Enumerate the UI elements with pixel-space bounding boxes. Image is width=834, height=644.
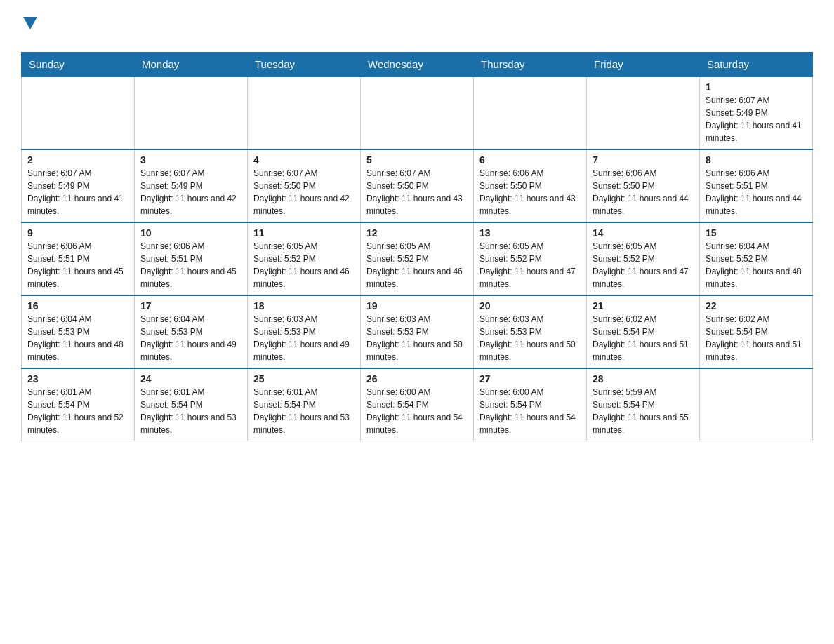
- table-row: 9Sunrise: 6:06 AMSunset: 5:51 PMDaylight…: [22, 222, 135, 295]
- header-sunday: Sunday: [22, 53, 135, 77]
- table-row: 18Sunrise: 6:03 AMSunset: 5:53 PMDayligh…: [248, 295, 361, 368]
- day-number: 2: [27, 154, 128, 166]
- table-row: [248, 76, 361, 149]
- table-row: 24Sunrise: 6:01 AMSunset: 5:54 PMDayligh…: [135, 368, 248, 441]
- day-number: 19: [366, 300, 468, 311]
- day-number: 6: [479, 154, 581, 166]
- day-number: 24: [140, 373, 241, 384]
- table-row: 4Sunrise: 6:07 AMSunset: 5:50 PMDaylight…: [248, 149, 361, 222]
- table-row: 25Sunrise: 6:01 AMSunset: 5:54 PMDayligh…: [248, 368, 361, 441]
- day-info: Sunrise: 6:00 AMSunset: 5:54 PMDaylight:…: [479, 386, 581, 436]
- calendar-week-row: 1Sunrise: 6:07 AMSunset: 5:49 PMDaylight…: [22, 76, 813, 149]
- table-row: 19Sunrise: 6:03 AMSunset: 5:53 PMDayligh…: [361, 295, 474, 368]
- table-row: 16Sunrise: 6:04 AMSunset: 5:53 PMDayligh…: [22, 295, 135, 368]
- day-number: 10: [140, 227, 241, 239]
- day-info: Sunrise: 6:03 AMSunset: 5:53 PMDaylight:…: [479, 313, 581, 363]
- day-number: 25: [253, 373, 355, 384]
- header-friday: Friday: [587, 53, 700, 77]
- table-row: 2Sunrise: 6:07 AMSunset: 5:49 PMDaylight…: [22, 149, 135, 222]
- day-number: 21: [593, 300, 694, 311]
- day-info: Sunrise: 6:05 AMSunset: 5:52 PMDaylight:…: [479, 240, 581, 290]
- day-number: 27: [479, 373, 581, 384]
- header-thursday: Thursday: [474, 53, 587, 77]
- day-number: 4: [253, 154, 355, 166]
- day-info: Sunrise: 6:03 AMSunset: 5:53 PMDaylight:…: [366, 313, 468, 363]
- table-row: 23Sunrise: 6:01 AMSunset: 5:54 PMDayligh…: [22, 368, 135, 441]
- day-number: 9: [27, 227, 128, 239]
- day-number: 16: [27, 300, 128, 311]
- table-row: 13Sunrise: 6:05 AMSunset: 5:52 PMDayligh…: [474, 222, 587, 295]
- table-row: 14Sunrise: 6:05 AMSunset: 5:52 PMDayligh…: [587, 222, 700, 295]
- page-header: [21, 14, 813, 45]
- day-number: 22: [706, 300, 807, 311]
- day-number: 18: [253, 300, 355, 311]
- day-number: 14: [593, 227, 694, 239]
- day-number: 23: [27, 373, 128, 384]
- day-number: 12: [366, 227, 468, 239]
- table-row: 10Sunrise: 6:06 AMSunset: 5:51 PMDayligh…: [135, 222, 248, 295]
- table-row: 20Sunrise: 6:03 AMSunset: 5:53 PMDayligh…: [474, 295, 587, 368]
- day-info: Sunrise: 6:04 AMSunset: 5:53 PMDaylight:…: [27, 313, 128, 363]
- header-monday: Monday: [135, 53, 248, 77]
- day-number: 17: [140, 300, 241, 311]
- day-info: Sunrise: 6:01 AMSunset: 5:54 PMDaylight:…: [253, 386, 355, 436]
- calendar-week-row: 16Sunrise: 6:04 AMSunset: 5:53 PMDayligh…: [22, 295, 813, 368]
- table-row: [22, 76, 135, 149]
- table-row: [587, 76, 700, 149]
- day-number: 26: [366, 373, 468, 384]
- day-info: Sunrise: 6:07 AMSunset: 5:50 PMDaylight:…: [366, 167, 468, 217]
- table-row: 17Sunrise: 6:04 AMSunset: 5:53 PMDayligh…: [135, 295, 248, 368]
- table-row: 15Sunrise: 6:04 AMSunset: 5:52 PMDayligh…: [700, 222, 813, 295]
- table-row: 27Sunrise: 6:00 AMSunset: 5:54 PMDayligh…: [474, 368, 587, 441]
- day-info: Sunrise: 6:05 AMSunset: 5:52 PMDaylight:…: [593, 240, 694, 290]
- day-info: Sunrise: 6:02 AMSunset: 5:54 PMDaylight:…: [593, 313, 694, 363]
- calendar-table: Sunday Monday Tuesday Wednesday Thursday…: [21, 52, 813, 441]
- table-row: [700, 368, 813, 441]
- header-tuesday: Tuesday: [248, 53, 361, 77]
- day-info: Sunrise: 6:04 AMSunset: 5:53 PMDaylight:…: [140, 313, 241, 363]
- table-row: 11Sunrise: 6:05 AMSunset: 5:52 PMDayligh…: [248, 222, 361, 295]
- day-number: 5: [366, 154, 468, 166]
- table-row: 5Sunrise: 6:07 AMSunset: 5:50 PMDaylight…: [361, 149, 474, 222]
- day-number: 15: [706, 227, 807, 239]
- day-number: 11: [253, 227, 355, 239]
- table-row: [135, 76, 248, 149]
- day-info: Sunrise: 6:05 AMSunset: 5:52 PMDaylight:…: [366, 240, 468, 290]
- day-number: 3: [140, 154, 241, 166]
- table-row: 26Sunrise: 6:00 AMSunset: 5:54 PMDayligh…: [361, 368, 474, 441]
- table-row: 22Sunrise: 6:02 AMSunset: 5:54 PMDayligh…: [700, 295, 813, 368]
- table-row: [361, 76, 474, 149]
- day-info: Sunrise: 5:59 AMSunset: 5:54 PMDaylight:…: [593, 386, 694, 436]
- day-info: Sunrise: 6:01 AMSunset: 5:54 PMDaylight:…: [27, 386, 128, 436]
- day-number: 20: [479, 300, 581, 311]
- day-number: 13: [479, 227, 581, 239]
- calendar-header-row: Sunday Monday Tuesday Wednesday Thursday…: [22, 53, 813, 77]
- table-row: 21Sunrise: 6:02 AMSunset: 5:54 PMDayligh…: [587, 295, 700, 368]
- day-info: Sunrise: 6:07 AMSunset: 5:50 PMDaylight:…: [253, 167, 355, 217]
- logo: [21, 14, 39, 45]
- calendar-week-row: 9Sunrise: 6:06 AMSunset: 5:51 PMDaylight…: [22, 222, 813, 295]
- table-row: 7Sunrise: 6:06 AMSunset: 5:50 PMDaylight…: [587, 149, 700, 222]
- day-info: Sunrise: 6:07 AMSunset: 5:49 PMDaylight:…: [27, 167, 128, 217]
- day-info: Sunrise: 6:01 AMSunset: 5:54 PMDaylight:…: [140, 386, 241, 436]
- day-info: Sunrise: 6:06 AMSunset: 5:50 PMDaylight:…: [479, 167, 581, 217]
- day-number: 7: [593, 154, 694, 166]
- day-info: Sunrise: 6:07 AMSunset: 5:49 PMDaylight:…: [140, 167, 241, 217]
- day-info: Sunrise: 6:06 AMSunset: 5:51 PMDaylight:…: [27, 240, 128, 290]
- day-info: Sunrise: 6:06 AMSunset: 5:51 PMDaylight:…: [140, 240, 241, 290]
- header-saturday: Saturday: [700, 53, 813, 77]
- table-row: 8Sunrise: 6:06 AMSunset: 5:51 PMDaylight…: [700, 149, 813, 222]
- day-info: Sunrise: 6:05 AMSunset: 5:52 PMDaylight:…: [253, 240, 355, 290]
- day-info: Sunrise: 6:06 AMSunset: 5:50 PMDaylight:…: [593, 167, 694, 217]
- day-info: Sunrise: 6:04 AMSunset: 5:52 PMDaylight:…: [706, 240, 807, 290]
- calendar-week-row: 23Sunrise: 6:01 AMSunset: 5:54 PMDayligh…: [22, 368, 813, 441]
- table-row: 12Sunrise: 6:05 AMSunset: 5:52 PMDayligh…: [361, 222, 474, 295]
- day-info: Sunrise: 6:06 AMSunset: 5:51 PMDaylight:…: [706, 167, 807, 217]
- table-row: 1Sunrise: 6:07 AMSunset: 5:49 PMDaylight…: [700, 76, 813, 149]
- day-info: Sunrise: 6:03 AMSunset: 5:53 PMDaylight:…: [253, 313, 355, 363]
- day-info: Sunrise: 6:02 AMSunset: 5:54 PMDaylight:…: [706, 313, 807, 363]
- header-wednesday: Wednesday: [361, 53, 474, 77]
- table-row: [474, 76, 587, 149]
- table-row: 6Sunrise: 6:06 AMSunset: 5:50 PMDaylight…: [474, 149, 587, 222]
- day-number: 1: [706, 81, 807, 93]
